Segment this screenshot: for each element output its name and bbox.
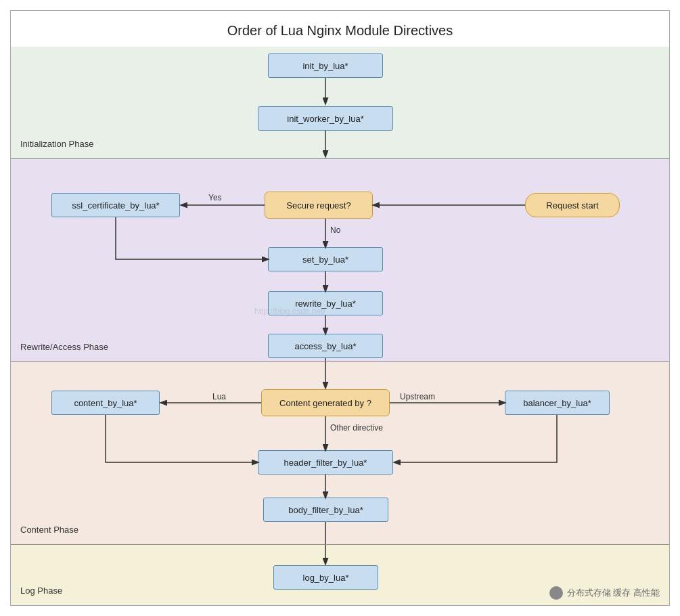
label-upstream: Upstream bbox=[400, 392, 435, 401]
diagram-title: Order of Lua Nginx Module Directives bbox=[11, 11, 669, 47]
diagram-wrapper: Order of Lua Nginx Module Directives ini… bbox=[10, 10, 670, 606]
phase-log: log_by_lua* Log Phase 分布式存储 缓存 高性能 bbox=[11, 544, 669, 605]
label-other: Other directive bbox=[330, 423, 383, 433]
watermark: http://blog.csdn.net/ bbox=[254, 307, 325, 316]
box-body-filter-by-lua: body_filter_by_lua* bbox=[263, 498, 388, 522]
phase-rewrite: Request start Secure request? ssl_certif… bbox=[11, 158, 669, 361]
phase-init-label: Initialization Phase bbox=[20, 139, 93, 149]
box-log-by-lua: log_by_lua* bbox=[273, 565, 378, 590]
box-content-generated: Content generated by ? bbox=[261, 389, 390, 416]
branding-text: 分布式存储 缓存 高性能 bbox=[567, 587, 660, 599]
branding-icon bbox=[549, 586, 563, 600]
label-yes: Yes bbox=[208, 193, 222, 202]
bottom-branding: 分布式存储 缓存 高性能 bbox=[549, 586, 660, 600]
label-no: No bbox=[330, 225, 340, 235]
phase-init: init_by_lua* init_worker_by_lua* Initial… bbox=[11, 47, 669, 158]
box-init-worker-by-lua: init_worker_by_lua* bbox=[258, 106, 393, 131]
box-ssl-cert: ssl_certificate_by_lua* bbox=[51, 193, 180, 217]
box-set-by-lua: set_by_lua* bbox=[268, 247, 383, 271]
phase-log-label: Log Phase bbox=[20, 586, 62, 596]
label-lua: Lua bbox=[212, 392, 226, 401]
box-init-by-lua: init_by_lua* bbox=[268, 53, 383, 78]
phase-content: Content generated by ? content_by_lua* b… bbox=[11, 361, 669, 544]
box-secure-request: Secure request? bbox=[265, 192, 373, 219]
phase-content-label: Content Phase bbox=[20, 525, 78, 535]
box-balancer-by-lua: balancer_by_lua* bbox=[505, 391, 610, 415]
box-request-start: Request start bbox=[525, 193, 620, 217]
phase-rewrite-label: Rewrite/Access Phase bbox=[20, 342, 108, 352]
box-access-by-lua: access_by_lua* bbox=[268, 334, 383, 358]
box-header-filter-by-lua: header_filter_by_lua* bbox=[258, 450, 393, 475]
box-content-by-lua: content_by_lua* bbox=[51, 391, 160, 415]
